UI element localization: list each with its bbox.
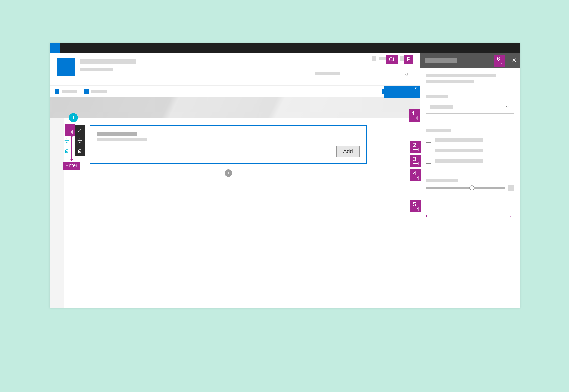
webpart-subtitle — [97, 138, 147, 141]
property-pane: × — [420, 53, 520, 308]
nav-label-1 — [62, 90, 77, 93]
checkbox-group-label — [426, 129, 451, 132]
nav-icon-1 — [55, 89, 59, 94]
annotation-1: 1 ⟶| — [409, 109, 420, 122]
add-section-divider[interactable]: + — [90, 173, 367, 173]
site-subtitle — [80, 68, 113, 71]
pencil-icon[interactable] — [77, 127, 83, 133]
slider-value-box — [508, 185, 514, 191]
dropdown-label — [426, 95, 448, 98]
app-launcher-button[interactable] — [50, 43, 60, 53]
cmd-icon-1[interactable] — [372, 56, 376, 61]
nav-label-2 — [91, 90, 107, 93]
annotation-enter: Enter — [63, 162, 80, 170]
delete-icon[interactable] — [64, 148, 70, 154]
cmd-icon-2[interactable] — [400, 56, 404, 61]
property-pane-header: × — [420, 53, 520, 68]
prop-desc-line1 — [426, 74, 496, 77]
top-nav — [50, 85, 420, 97]
checkbox-1-label — [435, 138, 483, 142]
webpart-selected[interactable]: Add — [90, 125, 367, 164]
slider-label — [426, 179, 458, 182]
nav-icon-2 — [84, 89, 89, 94]
search-placeholder — [315, 72, 340, 75]
site-title — [80, 59, 136, 64]
annotation-6: 6⟶| — [494, 55, 505, 67]
annotation-5: 5⟶| — [410, 200, 421, 212]
checkbox-1[interactable] — [426, 137, 431, 143]
checkbox-3[interactable] — [426, 158, 431, 164]
add-section-button[interactable]: + — [69, 113, 78, 122]
annotation-3: 3⟶| — [410, 155, 421, 167]
checkbox-2[interactable] — [426, 148, 431, 153]
nav-item-2[interactable] — [84, 89, 107, 94]
prop-desc-line2 — [426, 80, 474, 83]
vertical-arrow — [71, 136, 72, 161]
nav-item-1[interactable] — [55, 89, 77, 94]
site-logo[interactable] — [57, 58, 75, 76]
move-icon[interactable] — [64, 138, 70, 144]
annotation-1b: 1 ⟶| — [65, 124, 75, 136]
svg-rect-5 — [66, 150, 68, 153]
hero-banner — [50, 97, 420, 118]
checkbox-3-label — [435, 159, 483, 163]
title-bar — [50, 43, 520, 53]
checkbox-row-2[interactable] — [426, 148, 514, 153]
checkbox-row-3[interactable] — [426, 158, 514, 164]
close-icon[interactable]: × — [512, 56, 516, 64]
slider-thumb[interactable] — [469, 185, 474, 190]
move-icon-dark[interactable] — [77, 138, 83, 144]
prop-dropdown[interactable] — [426, 101, 514, 114]
annotation-4: 4⟶| — [410, 169, 421, 181]
slider[interactable] — [426, 187, 505, 189]
app-window: × — [50, 43, 520, 308]
page-canvas: + — [50, 118, 420, 308]
webpart-title — [97, 132, 137, 136]
property-pane-title — [425, 58, 457, 63]
dropdown-value — [430, 105, 453, 109]
property-pane-body — [420, 68, 520, 197]
webpart-text-input[interactable] — [97, 146, 337, 157]
site-header: ⌕ — [50, 53, 420, 85]
add-button[interactable]: Add — [337, 146, 360, 157]
delete-icon-dark[interactable] — [77, 148, 83, 154]
svg-rect-10 — [79, 150, 81, 153]
slider-double-arrow — [426, 216, 511, 216]
annotation-p: P — [404, 55, 413, 64]
annotation-ctl: Ctl — [386, 55, 398, 64]
search-icon[interactable]: ⌕ — [405, 71, 408, 77]
checkbox-2-label — [435, 149, 483, 152]
nav-item-active[interactable] — [384, 86, 420, 98]
chevron-down-icon — [505, 104, 510, 110]
search-box[interactable]: ⌕ — [312, 68, 412, 79]
checkbox-row-1[interactable] — [426, 137, 514, 143]
annotation-2: 2⟶| — [410, 141, 421, 153]
tab-forward-icon — [412, 87, 417, 90]
section-border-top — [50, 118, 420, 118]
plus-icon[interactable]: + — [225, 169, 232, 177]
webpart-toolbar — [75, 125, 85, 156]
